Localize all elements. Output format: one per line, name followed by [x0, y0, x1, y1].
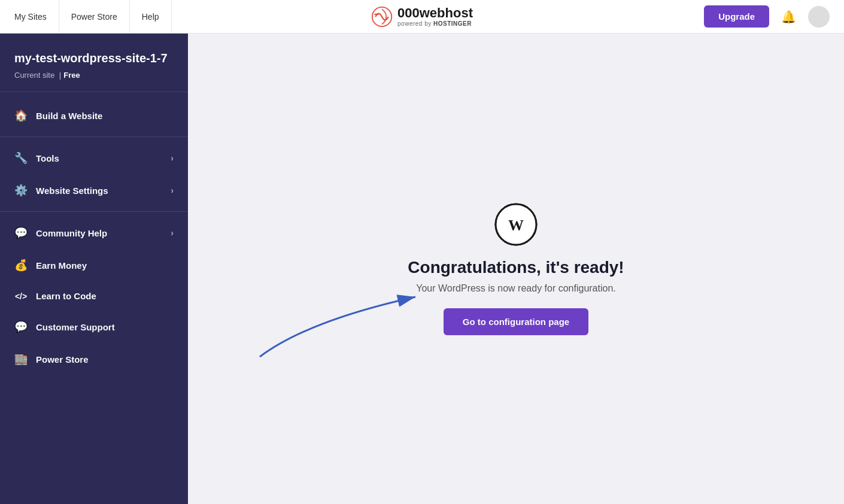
plan-badge: Free — [63, 71, 80, 80]
tools-icon: 🔧 — [14, 151, 28, 165]
settings-icon: ⚙️ — [14, 184, 28, 197]
notification-bell-icon[interactable]: 🔔 — [776, 5, 801, 29]
nav-links: My Sites Power Store Help — [14, 0, 172, 34]
congratulations-card: W Congratulations, it's ready! Your Word… — [408, 203, 624, 335]
congrats-subtitle: Your WordPress is now ready for configur… — [416, 283, 616, 294]
nav-my-sites[interactable]: My Sites — [14, 0, 59, 34]
nav-actions: Upgrade 🔔 — [704, 5, 830, 29]
sidebar-item-community-help[interactable]: 💬 Community Help › — [0, 217, 188, 249]
sidebar-item-power-store[interactable]: 🏬 Power Store — [0, 343, 188, 375]
main-layout: my-test-wordpress-site-1-7 Current site … — [0, 34, 844, 504]
sidebar-item-label: Power Store — [36, 354, 174, 365]
earn-money-icon: 💰 — [14, 259, 28, 272]
logo-powered: powered by HOSTINGER — [397, 20, 473, 27]
sidebar-item-customer-support[interactable]: 💬 Customer Support — [0, 311, 188, 343]
sidebar-header: my-test-wordpress-site-1-7 Current site … — [0, 34, 188, 92]
congrats-title: Congratulations, it's ready! — [408, 258, 624, 277]
main-content: W Congratulations, it's ready! Your Word… — [188, 34, 844, 504]
wordpress-logo: W — [494, 203, 538, 246]
sidebar-site-meta: Current site | Free — [14, 71, 174, 80]
nav-power-store[interactable]: Power Store — [59, 0, 130, 34]
sidebar: my-test-wordpress-site-1-7 Current site … — [0, 34, 188, 504]
upgrade-button[interactable]: Upgrade — [704, 5, 769, 28]
store-icon: 🏬 — [14, 353, 28, 366]
sidebar-item-label: Build a Website — [36, 111, 174, 121]
sidebar-item-build-website[interactable]: 🏠 Build a Website — [0, 99, 188, 132]
sidebar-nav: 🏠 Build a Website 🔧 Tools › ⚙️ Website S… — [0, 92, 188, 382]
sidebar-site-name: my-test-wordpress-site-1-7 — [14, 50, 174, 66]
sidebar-item-label: Website Settings — [36, 186, 162, 196]
sidebar-item-learn-to-code[interactable]: </> Learn to Code — [0, 281, 188, 311]
home-icon: 🏠 — [14, 109, 28, 122]
current-site-label: Current site — [14, 71, 54, 80]
sidebar-divider-2 — [0, 211, 188, 212]
sidebar-item-website-settings[interactable]: ⚙️ Website Settings › — [0, 174, 188, 207]
code-icon: </> — [14, 292, 28, 301]
chevron-right-icon: › — [171, 186, 174, 195]
top-nav: My Sites Power Store Help 000webhost pow… — [0, 0, 844, 34]
community-icon: 💬 — [14, 226, 28, 239]
logo-name: 000webhost — [397, 6, 473, 20]
sidebar-divider-1 — [0, 136, 188, 137]
nav-help[interactable]: Help — [130, 0, 172, 34]
pipe-separator: | — [57, 71, 61, 80]
logo-icon — [371, 6, 393, 28]
svg-text:W: W — [508, 217, 524, 234]
sidebar-item-label: Tools — [36, 153, 162, 163]
logo-text: 000webhost powered by HOSTINGER — [397, 6, 473, 27]
avatar[interactable] — [808, 6, 830, 28]
logo: 000webhost powered by HOSTINGER — [371, 6, 473, 28]
support-icon: 💬 — [14, 320, 28, 333]
sidebar-item-label: Customer Support — [36, 322, 174, 332]
sidebar-item-label: Learn to Code — [36, 291, 174, 301]
sidebar-item-tools[interactable]: 🔧 Tools › — [0, 142, 188, 174]
config-page-button[interactable]: Go to configuration page — [444, 308, 588, 335]
sidebar-item-earn-money[interactable]: 💰 Earn Money — [0, 249, 188, 281]
chevron-right-icon: › — [171, 153, 174, 163]
chevron-right-icon: › — [171, 228, 174, 238]
sidebar-item-label: Community Help — [36, 228, 162, 238]
sidebar-item-label: Earn Money — [36, 260, 174, 271]
